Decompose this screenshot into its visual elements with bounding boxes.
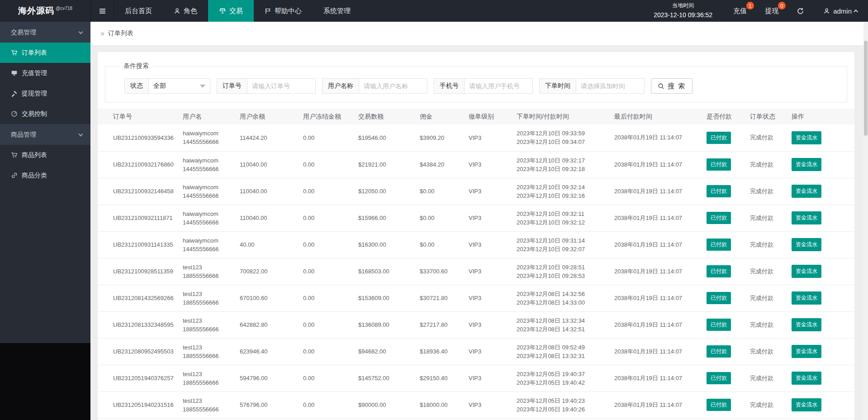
order-time: 2023年12月08日 13:32:34 xyxy=(517,316,611,325)
order-time-input[interactable] xyxy=(576,79,644,93)
top-navbar: 海外源码 @cv718 后台首页 角色 交易 xyxy=(0,0,868,22)
withdraw-button[interactable]: 提现 0 xyxy=(756,0,787,22)
nav-item-dashboard[interactable]: 后台首页 xyxy=(114,0,163,22)
sidebar-group-trade-management[interactable]: 交易管理 xyxy=(0,22,90,43)
sidebar-item-label: 订单列表 xyxy=(22,49,47,57)
col-header: 下单时间/付款时间 xyxy=(517,109,614,124)
user-frozen-amount: 0.00 xyxy=(303,285,358,311)
last-pay-time: 2038年01月19日 11:14:07 xyxy=(614,178,707,205)
order-status: 完成付款 xyxy=(750,151,792,178)
order-table-body: UB2312100933594336 haiwaiymcom 144555566… xyxy=(98,124,854,418)
pay-time: 2023年12月10日 09:28:53 xyxy=(517,272,611,280)
search-button[interactable]: 搜 索 xyxy=(651,78,693,94)
last-pay-time: 2038年01月19日 11:14:07 xyxy=(614,151,707,178)
pay-time: 2023年12月10日 09:34:07 xyxy=(517,138,611,146)
fund-flow-button[interactable]: 资金流水 xyxy=(792,265,821,278)
scales-icon xyxy=(219,7,226,14)
fund-flow-button[interactable]: 资金流水 xyxy=(792,345,821,358)
user-balance: 670100.60 xyxy=(240,285,303,311)
trade-amount: $145752.00 xyxy=(358,365,420,391)
sidebar-item-order-list[interactable]: 订单列表 xyxy=(0,43,90,63)
user-frozen-amount: 0.00 xyxy=(303,205,358,231)
table-row: UB2312081332348595 test123 18855556666 6… xyxy=(98,311,854,338)
table-header-row: 订单号 用户名 用户余额 用户冻结金额 交易数额 佣金 做单级别 下单时间/付款… xyxy=(98,109,854,124)
recharge-button[interactable]: 充值 1 xyxy=(724,0,756,22)
order-no-input[interactable] xyxy=(247,79,315,93)
user-menu[interactable]: admin xyxy=(813,0,868,22)
phone-input[interactable] xyxy=(465,79,532,93)
user-name: haiwaiymcom xyxy=(183,156,236,165)
commission: $0.00 xyxy=(420,231,469,258)
fund-flow-button[interactable]: 资金流水 xyxy=(792,318,821,331)
withdraw-count-badge: 0 xyxy=(778,2,786,10)
local-time: 当地时间 2023-12-10 09:36:52 xyxy=(642,0,724,22)
user-frozen-amount: 0.00 xyxy=(303,178,358,205)
recharge-label: 充值 xyxy=(733,7,747,15)
status-select[interactable]: 全部 xyxy=(149,79,210,93)
user-frozen-amount: 0.00 xyxy=(303,365,358,391)
fund-flow-button[interactable]: 资金流水 xyxy=(792,398,821,411)
recharge-count-badge: 1 xyxy=(746,2,754,10)
trade-amount: $136089.00 xyxy=(358,311,420,338)
pay-time: 2023年12月05日 19:40:26 xyxy=(517,405,611,414)
sidebar-group-label: 商品管理 xyxy=(11,131,36,138)
table-row: UB2312100932111871 haiwaiymcom 144555566… xyxy=(98,205,854,231)
brand-logo[interactable]: 海外源码 @cv718 xyxy=(0,0,90,22)
refresh-button[interactable] xyxy=(787,0,813,22)
status-filter-group: 状态 全部 xyxy=(124,78,210,94)
nav-item-system[interactable]: 系统管理 xyxy=(313,0,361,22)
sidebar-toggle-button[interactable] xyxy=(90,0,114,22)
sidebar-bottom-area xyxy=(0,343,90,420)
user-name: test123 xyxy=(183,396,236,405)
paid-status-badge: 已付款 xyxy=(707,158,731,171)
vip-level: VIP3 xyxy=(469,365,517,391)
order-time: 2023年12月05日 19:40:37 xyxy=(517,370,611,378)
user-phone: 18855556666 xyxy=(183,272,236,280)
vertical-scrollbar[interactable] xyxy=(863,22,868,420)
fund-flow-button[interactable]: 资金流水 xyxy=(792,238,821,251)
sidebar-group-label: 交易管理 xyxy=(11,29,36,36)
pay-time: 2023年12月10日 09:32:07 xyxy=(517,245,611,253)
last-pay-time: 2038年01月19日 11:14:07 xyxy=(614,124,707,151)
vip-level: VIP3 xyxy=(469,285,517,311)
chevron-down-icon xyxy=(79,30,83,34)
username-input[interactable] xyxy=(359,79,427,93)
fund-flow-button[interactable]: 资金流水 xyxy=(792,211,821,224)
fund-flow-button[interactable]: 资金流水 xyxy=(792,185,821,198)
sidebar-item-product-list[interactable]: 商品列表 xyxy=(0,145,90,165)
user-name: test123 xyxy=(183,316,236,325)
sidebar-item-withdraw-management[interactable]: 提现管理 xyxy=(0,83,90,104)
user-balance: 594796.00 xyxy=(240,365,303,391)
table-row: UB2312100928511359 test123 18855556666 7… xyxy=(98,258,854,285)
order-number: UB2312100932111871 xyxy=(113,215,173,221)
col-header: 订单号 xyxy=(98,109,183,124)
trade-amount: $15966.00 xyxy=(358,205,420,231)
user-name: test123 xyxy=(183,290,236,298)
pay-time: 2023年12月08日 13:32:31 xyxy=(517,352,611,360)
phone-filter-group: 手机号 xyxy=(434,78,533,94)
table-row: UB2312051940376257 test123 18855556666 5… xyxy=(98,365,854,391)
chevron-up-icon xyxy=(854,9,858,14)
fund-flow-button[interactable]: 资金流水 xyxy=(792,131,821,144)
fund-flow-button[interactable]: 资金流水 xyxy=(792,158,821,171)
last-pay-time: 2038年01月19日 11:14:07 xyxy=(614,365,707,391)
sidebar-item-trade-control[interactable]: 交易控制 xyxy=(0,104,90,124)
order-status: 完成付款 xyxy=(750,178,792,205)
user-phone: 14455556666 xyxy=(183,245,236,253)
link-icon xyxy=(11,172,18,179)
nav-item-roles[interactable]: 角色 xyxy=(163,0,208,22)
nav-item-trade[interactable]: 交易 xyxy=(208,0,254,22)
scrollbar-thumb[interactable] xyxy=(864,41,868,136)
fund-flow-button[interactable]: 资金流水 xyxy=(792,291,821,305)
order-number: UB2312081432569266 xyxy=(113,295,174,301)
fund-flow-button[interactable]: 资金流水 xyxy=(792,372,821,385)
user-balance: 642882.80 xyxy=(240,311,303,338)
sidebar-item-recharge-management[interactable]: 充值管理 xyxy=(0,63,90,83)
order-time-label: 下单时间 xyxy=(540,79,576,93)
user-balance: 110040.00 xyxy=(240,178,303,205)
sidebar-item-product-category[interactable]: 商品分类 xyxy=(0,165,90,186)
nav-item-help-center[interactable]: 帮助中心 xyxy=(254,0,313,22)
user-frozen-amount: 0.00 xyxy=(303,231,358,258)
page-title: 订单列表 xyxy=(108,29,133,38)
sidebar-group-product-management[interactable]: 商品管理 xyxy=(0,124,90,145)
